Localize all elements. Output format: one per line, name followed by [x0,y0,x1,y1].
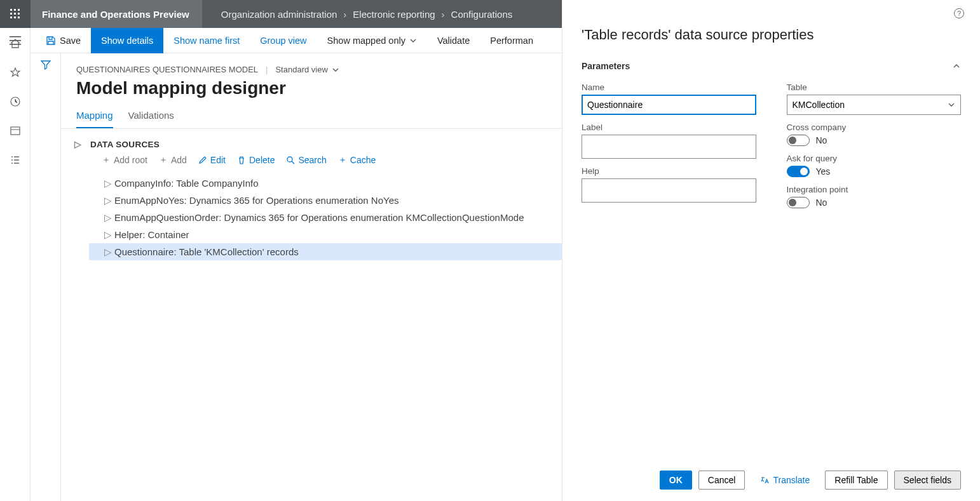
page-context: QUESTIONNAIRES QUESTIONNAIRES MODEL [76,65,258,74]
plus-icon: ＋ [159,154,168,166]
svg-rect-8 [18,17,20,18]
app-launcher-button[interactable] [0,0,31,28]
tree-node-label: EnumAppQuestionOrder: Dynamics 365 for O… [114,212,524,223]
trash-icon [237,156,246,164]
help-icon: ? [953,8,965,19]
cross-company-toggle[interactable] [787,135,810,146]
filter-icon [41,60,51,70]
help-button[interactable]: ? [953,8,965,22]
save-icon [46,36,56,46]
star-icon [10,67,21,78]
add-root-button[interactable]: ＋Add root [102,154,147,166]
help-field-group: Help [582,166,756,203]
plus-icon: ＋ [338,154,347,166]
chevron-down-icon [409,37,417,44]
expand-icon[interactable]: ▷ [102,212,114,224]
show-name-first-button[interactable]: Show name first [163,28,250,53]
svg-rect-9 [10,36,21,37]
favorites-button[interactable] [6,63,24,81]
svg-rect-5 [18,13,20,15]
ask-for-query-label: Ask for query [787,154,962,163]
workspaces-button[interactable] [6,122,24,140]
tree-node-label: Helper: Container [114,229,189,240]
expand-toggle[interactable]: ▷ [74,139,83,149]
svg-rect-13 [11,127,20,135]
add-button[interactable]: ＋Add [159,154,187,166]
tree-node-label: CompanyInfo: Table CompanyInfo [114,178,259,189]
name-input[interactable] [582,95,756,115]
translate-button[interactable]: Translate [751,471,819,490]
chevron-right-icon: › [341,9,349,20]
tab-mapping[interactable]: Mapping [76,106,113,128]
tree-node-label: EnumAppNoYes: Dynamics 365 for Operation… [114,195,398,206]
label-input[interactable] [582,135,756,159]
svg-rect-6 [10,17,12,18]
search-button[interactable]: Search [286,154,326,166]
filter-button[interactable] [31,53,61,76]
breadcrumb-item-configs[interactable]: Configurations [447,9,517,20]
breadcrumb-item-org-admin[interactable]: Organization administration [217,9,341,20]
workspace-icon [10,125,21,137]
cancel-button[interactable]: Cancel [698,471,745,490]
app-title: Finance and Operations Preview [31,0,202,28]
hamburger-button[interactable] [0,28,31,53]
filter-column [31,53,61,501]
show-mapped-only-dropdown[interactable]: Show mapped only [317,28,427,53]
svg-rect-1 [14,9,16,11]
properties-pane: ? 'Table records' data source properties… [562,0,980,501]
waffle-icon [10,9,20,19]
svg-rect-0 [10,9,12,11]
integration-point-toggle[interactable] [787,197,810,208]
select-fields-button[interactable]: Select fields [894,471,961,490]
cache-button[interactable]: ＋Cache [338,154,376,166]
expand-icon[interactable]: ▷ [102,195,114,206]
svg-rect-3 [10,13,12,15]
group-view-button[interactable]: Group view [250,28,316,53]
tree-node-label: Questionnaire: Table 'KMCollection' reco… [114,246,299,257]
cross-company-label: Cross company [787,123,962,132]
label-field-group: Label [582,123,756,159]
svg-rect-2 [18,9,20,11]
chevron-right-icon: › [439,9,447,20]
table-select[interactable]: KMCollection [787,95,962,115]
view-selector[interactable]: Standard view [275,65,339,74]
separator: | [266,65,268,74]
integration-point-value: No [816,197,827,208]
modules-icon [10,154,21,166]
expand-icon[interactable]: ▷ [102,178,114,189]
tab-validations[interactable]: Validations [128,106,174,128]
edit-button[interactable]: Edit [198,154,226,166]
refill-table-button[interactable]: Refill Table [825,471,887,490]
help-label: Help [582,166,756,176]
plus-icon: ＋ [102,154,111,166]
breadcrumb-item-er[interactable]: Electronic reporting [349,9,439,20]
name-field-group: Name [582,83,756,115]
ask-for-query-group: Ask for query Yes [787,154,962,177]
modules-button[interactable] [6,151,24,169]
validate-button[interactable]: Validate [427,28,480,53]
ok-button[interactable]: OK [660,471,692,490]
search-icon [286,156,295,164]
svg-rect-7 [14,17,16,18]
delete-button[interactable]: Delete [237,154,275,166]
expand-icon[interactable]: ▷ [102,229,114,241]
chevron-down-icon [948,101,955,109]
ask-for-query-toggle[interactable] [787,166,810,177]
save-button[interactable]: Save [36,28,91,53]
pencil-icon [198,156,207,164]
hamburger-icon [10,36,21,45]
expand-icon[interactable]: ▷ [102,246,114,258]
cross-company-value: No [816,135,827,145]
recent-button[interactable] [6,93,24,110]
performance-button[interactable]: Performan [480,28,543,53]
show-details-button[interactable]: Show details [91,28,163,53]
svg-rect-10 [10,40,21,41]
pane-title: 'Table records' data source properties [582,27,961,61]
integration-point-label: Integration point [787,185,962,194]
section-parameters-header[interactable]: Parameters [582,61,961,83]
pane-footer: OK Cancel Translate Refill Table Select … [582,460,961,490]
help-input[interactable] [582,178,756,203]
clock-icon [10,96,21,107]
cross-company-group: Cross company No [787,123,962,146]
navigation-rail [0,28,31,501]
